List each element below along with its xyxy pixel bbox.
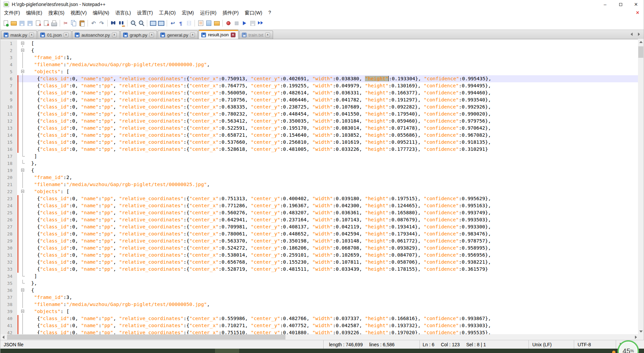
scroll-left-icon[interactable] (0, 334, 6, 340)
code-line[interactable]: 17 ] (0, 153, 639, 160)
cut-icon[interactable] (62, 19, 69, 27)
tab-train.txt[interactable]: train.txt× (239, 31, 273, 39)
code-line[interactable]: 35}, (0, 280, 639, 287)
fold-collapse-icon[interactable] (19, 308, 27, 315)
copy-icon[interactable] (70, 19, 77, 27)
minimize-button[interactable]: – (597, 0, 613, 9)
menu-item[interactable]: 设置(T) (134, 9, 156, 17)
close-all-icon[interactable] (42, 19, 50, 27)
zoom-out-icon[interactable] (138, 19, 145, 27)
menubar-close-icon[interactable]: × (634, 9, 641, 16)
code-line[interactable]: 42 {"class_id":0, "name":"pp", "relative… (0, 329, 639, 334)
code-line[interactable]: 13 {"class_id":0, "name":"pp", "relative… (0, 125, 639, 132)
close-doc-icon[interactable] (34, 19, 42, 27)
close-tab-icon[interactable]: × (231, 33, 235, 37)
word-wrap-icon[interactable] (169, 19, 176, 27)
vertical-scrollbar[interactable] (638, 39, 644, 334)
code-line[interactable]: 26 {"class_id":0, "name":"pp", "relative… (0, 216, 639, 223)
close-tab-icon[interactable]: × (149, 33, 154, 37)
fold-collapse-icon[interactable] (19, 40, 27, 47)
new-file-icon[interactable] (2, 19, 9, 27)
menu-item[interactable]: 运行(R) (197, 9, 219, 17)
code-line[interactable]: 36{ (0, 287, 639, 294)
editor-area[interactable]: 1[2{3 "frame_id":1,4 "filename":"/media/… (0, 39, 639, 334)
sync-scroll-h-icon[interactable] (157, 19, 165, 27)
code-line[interactable]: 11 {"class_id":0, "name":"pp", "relative… (0, 111, 639, 118)
code-line[interactable]: 31 {"class_id":0, "name":"pp", "relative… (0, 252, 639, 259)
menu-item[interactable]: 文件(F) (1, 9, 23, 17)
menu-item[interactable]: ? (265, 9, 274, 17)
save-icon[interactable] (18, 19, 25, 27)
indent-guide-icon[interactable] (185, 19, 193, 27)
scroll-up-icon[interactable] (638, 39, 644, 45)
save-macro-icon[interactable] (249, 19, 256, 27)
sync-scroll-v-icon[interactable] (149, 19, 157, 27)
close-tab-icon[interactable]: × (64, 33, 68, 37)
record-macro-icon[interactable] (225, 19, 232, 27)
tab-mask.py[interactable]: mask.py× (1, 31, 37, 39)
code-line[interactable]: 7 {"class_id":0, "name":"pp", "relative_… (0, 82, 639, 89)
code-line[interactable]: 12 {"class_id":0, "name":"pp", "relative… (0, 118, 639, 125)
fold-collapse-icon[interactable] (19, 188, 27, 195)
stop-macro-icon[interactable] (233, 19, 240, 27)
menu-item[interactable]: 工具(O) (156, 9, 179, 17)
find-icon[interactable] (110, 19, 117, 27)
undo-icon[interactable] (90, 19, 97, 27)
menu-item[interactable]: 语言(L) (112, 9, 134, 17)
tab-01.json[interactable]: 01.json× (38, 31, 71, 39)
code-line[interactable]: 15 {"class_id":0, "name":"pp", "relative… (0, 139, 639, 146)
horizontal-scrollbar[interactable] (0, 334, 639, 340)
code-line[interactable]: 16 {"class_id":0, "name":"pp", "relative… (0, 146, 639, 153)
close-tab-icon[interactable]: × (265, 33, 270, 37)
code-line[interactable]: 39 "objects": [ (0, 308, 639, 315)
menu-item[interactable]: 宏(M) (179, 9, 197, 17)
tab-scroll-left-icon[interactable] (629, 32, 634, 37)
redo-icon[interactable] (98, 19, 105, 27)
code-line[interactable]: 21 "filename":"/media/wuzhou/Gap/rgb-pig… (0, 181, 639, 188)
code-line[interactable]: 25 {"class_id":0, "name":"pp", "relative… (0, 209, 639, 216)
code-line[interactable]: 22 "objects": [ (0, 188, 639, 195)
code-line[interactable]: 29 {"class_id":0, "name":"pp", "relative… (0, 237, 639, 245)
close-button[interactable]: × (628, 0, 644, 9)
code-line[interactable]: 40 {"class_id":0, "name":"pp", "relative… (0, 315, 639, 322)
code-line[interactable]: 14 {"class_id":0, "name":"pp", "relative… (0, 132, 639, 139)
code-line[interactable]: 41 {"class_id":0, "name":"pp", "relative… (0, 322, 639, 329)
menu-item[interactable]: 窗口(W) (242, 9, 265, 17)
menu-item[interactable]: 编码(N) (90, 9, 112, 17)
code-line[interactable]: 4 "filename":"/media/wuzhou/Gap/rgb-pigl… (0, 61, 639, 68)
document-map-icon[interactable] (205, 19, 212, 27)
code-line[interactable]: 34 ] (0, 273, 639, 280)
fold-collapse-icon[interactable] (19, 167, 27, 174)
code-line[interactable]: 24 {"class_id":0, "name":"pp", "relative… (0, 202, 639, 209)
tab-result.json[interactable]: result.json× (199, 30, 238, 39)
code-line[interactable]: 10 {"class_id":0, "name":"pp", "relative… (0, 103, 639, 111)
print-icon[interactable] (50, 19, 58, 27)
close-tab-icon[interactable]: × (112, 33, 117, 37)
save-all-icon[interactable] (26, 19, 34, 27)
code-line[interactable]: 28 {"class_id":0, "name":"pp", "relative… (0, 230, 639, 237)
menu-item[interactable]: 编辑(E) (23, 9, 45, 17)
play-macro-icon[interactable] (241, 19, 248, 27)
status-eol-format[interactable]: Unix (LF) (529, 340, 574, 349)
close-tab-icon[interactable]: × (29, 33, 34, 37)
replace-icon[interactable] (118, 19, 125, 27)
fold-collapse-icon[interactable] (19, 287, 27, 294)
tab-graph.py[interactable]: graph.py× (120, 31, 157, 39)
code-line[interactable]: 30 {"class_id":0, "name":"pp", "relative… (0, 245, 639, 252)
fold-collapse-icon[interactable] (19, 47, 27, 54)
code-line[interactable]: 23 {"class_id":0, "name":"pp", "relative… (0, 195, 639, 202)
run-macro-multiple-icon[interactable] (257, 19, 264, 27)
tab-general.py[interactable]: general.py× (158, 31, 198, 39)
tab-scroll-right-icon[interactable] (636, 32, 642, 37)
code-line[interactable]: 20 "frame_id":2, (0, 174, 639, 181)
code-line[interactable]: 33 {"class_id":0, "name":"pp", "relative… (0, 266, 639, 273)
vertical-scroll-thumb[interactable] (638, 46, 643, 58)
code-line[interactable]: 8 {"class_id":0, "name":"pp", "relative_… (0, 89, 639, 96)
code-line[interactable]: 38 "filename":"/media/wuzhou/Gap/rgb-pig… (0, 301, 639, 308)
code-line[interactable]: 5 "objects": [ (0, 68, 639, 75)
code-line[interactable]: 3 "frame_id":1, (0, 54, 639, 61)
menu-item[interactable]: 视图(V) (67, 9, 90, 17)
code-line[interactable]: 19{ (0, 167, 639, 174)
document-list-icon[interactable] (213, 19, 220, 27)
code-line[interactable]: 18}, (0, 160, 639, 167)
